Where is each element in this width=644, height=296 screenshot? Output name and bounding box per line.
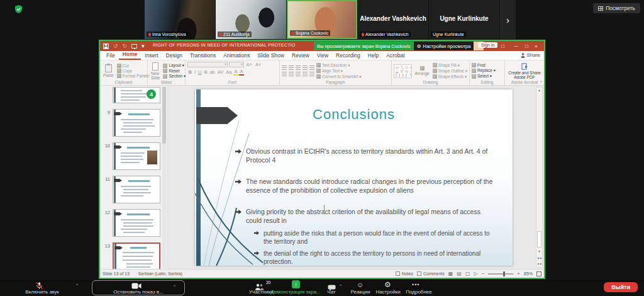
- zoom-slider[interactable]: [488, 273, 513, 275]
- tab-review[interactable]: Review: [288, 51, 313, 60]
- language-indicator[interactable]: Serbian (Latin, Serbia): [138, 271, 182, 276]
- create-pdf-button[interactable]: Create and Share Adobe PDF: [507, 63, 542, 79]
- zoom-percent[interactable]: 85%: [524, 271, 533, 276]
- video-tile-participant-2[interactable]: 211 Auditorija: [216, 0, 286, 39]
- bold-button[interactable]: B: [187, 69, 192, 75]
- ribbon-display-options-icon[interactable]: □: [501, 41, 504, 51]
- layout-button[interactable]: Layout ▾: [163, 63, 186, 68]
- audio-options-caret[interactable]: ^: [76, 283, 78, 287]
- shape-fill-button[interactable]: Shape Fill ▾: [433, 63, 467, 68]
- tab-view[interactable]: View: [313, 51, 332, 60]
- meeting-security-shield-icon[interactable]: [14, 4, 23, 16]
- zoom-out-icon[interactable]: −: [482, 271, 485, 276]
- tab-help[interactable]: Help: [364, 51, 382, 60]
- scroll-down-icon[interactable]: ▼: [536, 249, 542, 253]
- save-icon[interactable]: [103, 43, 109, 49]
- next-participants-button[interactable]: ›: [500, 0, 516, 39]
- italic-button[interactable]: I: [193, 69, 196, 75]
- increase-indent-icon[interactable]: [303, 65, 308, 70]
- video-tile-participant-1[interactable]: Inna Voroshylova: [145, 0, 215, 39]
- tab-acrobat[interactable]: Acrobat: [382, 51, 408, 60]
- thumbnail-slide-11[interactable]: 11: [104, 176, 167, 203]
- zoom-in-icon[interactable]: +: [517, 271, 520, 276]
- audio-tile-participant-4[interactable]: Alexander Vashkevich Alexander Vashkevic…: [358, 0, 428, 39]
- previous-slide-button[interactable]: ▲▲: [536, 256, 542, 259]
- restore-button[interactable]: □: [525, 41, 528, 51]
- audio-tile-participant-5[interactable]: Ugne Kurlinkute Ugne Kurlinkute: [429, 0, 499, 39]
- settings-gear-icon[interactable]: ⚙: [384, 281, 391, 288]
- change-case-button[interactable]: Aa: [225, 69, 233, 75]
- font-name-combobox[interactable]: [187, 62, 228, 67]
- notes-button[interactable]: Notes: [396, 271, 413, 276]
- slide-sorter-view-icon[interactable]: ▤: [457, 271, 462, 276]
- customize-qat-icon[interactable]: ▾: [142, 42, 145, 50]
- font-color-button[interactable]: A: [239, 69, 244, 76]
- share-screen-button[interactable]: ↑: [292, 280, 300, 288]
- arrange-button[interactable]: Arrange: [414, 66, 431, 76]
- tab-file[interactable]: File: [103, 51, 119, 60]
- redo-icon[interactable]: ↻: [123, 42, 128, 50]
- tab-slide-show[interactable]: Slide Show: [253, 51, 288, 60]
- view-settings-button[interactable]: ⚙ Настройки просмотра: [414, 42, 474, 50]
- thumbnail-slide-10[interactable]: 10: [104, 142, 167, 170]
- comments-button[interactable]: Comments: [417, 271, 445, 276]
- close-button[interactable]: ×: [535, 41, 538, 51]
- strikethrough-button[interactable]: S: [203, 69, 208, 75]
- chat-options-caret[interactable]: ^: [340, 283, 341, 288]
- start-slideshow-icon[interactable]: [131, 44, 137, 48]
- shrink-font-icon[interactable]: A˅: [254, 62, 262, 67]
- text-shadow-button[interactable]: ab: [209, 69, 216, 75]
- stop-video-button[interactable]: ^ Остановить показ в...: [92, 280, 185, 295]
- view-layout-button[interactable]: Посмотреть: [593, 3, 640, 13]
- new-slide-button[interactable]: New Slide: [150, 62, 161, 80]
- align-text-button[interactable]: Align Text ▾: [316, 69, 362, 74]
- tab-design[interactable]: Design: [162, 51, 186, 60]
- reading-view-icon[interactable]: ▢: [465, 271, 470, 276]
- thumbnail-partial[interactable]: 4: [104, 87, 167, 103]
- shape-effects-button[interactable]: Shape Effects ▾: [433, 74, 467, 79]
- sign-in-button[interactable]: Sign in: [478, 42, 497, 48]
- bullets-icon[interactable]: [282, 65, 287, 70]
- video-tile-active-speaker[interactable]: Bojana Cuckovic: [287, 0, 357, 39]
- tab-transitions[interactable]: Transitions: [186, 51, 219, 60]
- character-spacing-button[interactable]: AV: [216, 69, 224, 75]
- thumbnail-scrollbar[interactable]: [162, 87, 166, 268]
- grow-font-icon[interactable]: A˄: [245, 62, 253, 67]
- thumbnail-slide-12[interactable]: 12: [104, 209, 167, 237]
- align-right-icon[interactable]: [296, 72, 301, 76]
- reactions-icon[interactable]: ☺: [357, 281, 364, 288]
- shapes-gallery[interactable]: ▭ ╲ □ ○ ▷ △ ▽ ◇ ☆ ⌂ ( ) { } ╰: [394, 64, 412, 78]
- format-painter-button[interactable]: Format Painter: [117, 74, 150, 78]
- share-button[interactable]: Share: [521, 52, 540, 58]
- reset-button[interactable]: Reset: [163, 69, 186, 73]
- copy-button[interactable]: Copy: [117, 69, 150, 73]
- leave-meeting-button[interactable]: Выйти: [604, 282, 638, 292]
- convert-smartart-button[interactable]: Convert to SmartArt ▾: [316, 74, 362, 79]
- tab-animations[interactable]: Animations: [219, 51, 253, 60]
- slide-13[interactable]: Conclusions Obvious contrast in ECtHR's …: [195, 89, 513, 266]
- fit-to-window-icon[interactable]: [536, 271, 541, 276]
- justify-icon[interactable]: [303, 72, 308, 76]
- find-button[interactable]: Find: [472, 63, 496, 67]
- thumbnail-slide-13-selected[interactable]: 13: [104, 242, 167, 269]
- slide-scrollbar[interactable]: ▲ ▼ ▲▲ ▼▼: [536, 87, 543, 268]
- thumbnail-slide-9[interactable]: 9: [104, 109, 167, 137]
- align-center-icon[interactable]: [289, 72, 294, 76]
- scroll-up-icon[interactable]: ▲: [536, 88, 542, 92]
- normal-view-icon[interactable]: ▦: [448, 271, 453, 276]
- replace-button[interactable]: Replace ▾: [472, 68, 496, 73]
- minimize-button[interactable]: ─: [514, 41, 518, 51]
- more-options-icon[interactable]: •••: [412, 282, 419, 288]
- collapse-ribbon-icon[interactable]: ^: [540, 80, 542, 84]
- cut-button[interactable]: Cut: [117, 64, 150, 68]
- undo-icon[interactable]: ↺: [113, 42, 118, 50]
- align-left-icon[interactable]: [282, 72, 287, 76]
- tab-recording[interactable]: Recording: [332, 51, 364, 60]
- decrease-indent-icon[interactable]: [296, 65, 301, 70]
- video-options-caret[interactable]: ^: [174, 284, 175, 288]
- numbering-icon[interactable]: [289, 65, 294, 70]
- shape-outline-button[interactable]: Shape Outline ▾: [433, 69, 467, 74]
- text-direction-button[interactable]: Text Direction ▾: [316, 63, 362, 68]
- scrollbar-thumb[interactable]: [537, 231, 541, 248]
- slide-body-text[interactable]: Obvious contrast in ECtHR's access to te…: [235, 147, 496, 266]
